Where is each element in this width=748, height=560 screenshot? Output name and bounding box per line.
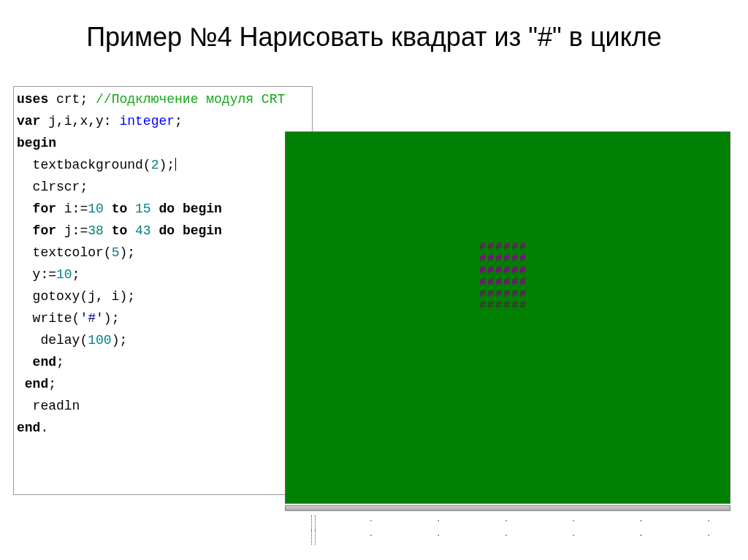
number-literal: 10 — [88, 202, 104, 216]
code-text: write( — [17, 311, 80, 326]
code-text: . — [40, 421, 48, 435]
ruler-mark-icon — [311, 515, 316, 530]
hash-row: ###### — [479, 264, 527, 277]
keyword-for: for — [33, 202, 56, 216]
number-literal: 5 — [112, 245, 120, 260]
hash-square-output: ###### ###### ###### ###### ###### #####… — [479, 242, 527, 312]
console-output-window: ###### ###### ###### ###### ###### #####… — [285, 131, 730, 504]
code-text: ; — [175, 114, 183, 129]
keyword-end: end — [33, 355, 56, 369]
text-cursor-icon — [175, 158, 176, 171]
code-text: j,i,x,y: — [40, 114, 119, 129]
number-literal: 43 — [135, 223, 151, 238]
hash-row: ###### — [479, 241, 527, 253]
comment: //Подключение модуля CRT — [96, 92, 285, 107]
code-text — [151, 202, 159, 216]
code-text: readln — [17, 399, 80, 413]
code-text — [151, 223, 159, 238]
code-text: gotoxy(j, i); — [17, 289, 135, 304]
code-text: j:= — [56, 223, 88, 238]
hash-row: ###### — [479, 253, 527, 265]
type-integer: integer — [119, 114, 175, 129]
keyword-begin: begin — [17, 136, 56, 150]
ruler-mark-icon — [311, 530, 316, 545]
source-code: uses crt; //Подключение модуля CRT var j… — [17, 88, 309, 439]
slide: Пример №4 Нарисовать квадрат из "#" в ци… — [0, 0, 748, 560]
hash-row: ###### — [479, 276, 527, 288]
keyword-to: to — [104, 223, 135, 238]
keyword-for: for — [33, 223, 56, 238]
code-text: i:= — [56, 202, 88, 216]
number-literal: 2 — [151, 158, 159, 172]
code-text: textbackground( — [17, 158, 151, 172]
keyword-var: var — [17, 114, 40, 129]
number-literal: 10 — [56, 267, 72, 282]
keyword-end: end — [17, 421, 40, 435]
keyword-do-begin: do begin — [159, 223, 221, 238]
code-text: textcolor( — [17, 245, 112, 260]
number-literal: 100 — [88, 333, 111, 348]
code-text: ); — [112, 333, 128, 348]
code-text — [17, 223, 33, 238]
code-text: ); — [159, 158, 175, 172]
status-bar — [285, 505, 730, 511]
code-text: crt; — [48, 92, 96, 107]
ruler-dots: . . . . . . . . . . . . — [311, 515, 720, 537]
code-text — [17, 202, 33, 216]
code-editor-panel: uses crt; //Подключение модуля CRT var j… — [13, 86, 313, 495]
keyword-to: to — [104, 202, 135, 216]
keyword-do-begin: do begin — [159, 202, 221, 216]
code-text — [17, 355, 33, 369]
hash-row: ###### — [479, 288, 527, 300]
console-inner: ###### ###### ###### ###### ###### #####… — [286, 132, 730, 503]
code-text: ); — [119, 245, 135, 260]
keyword-end: end — [25, 377, 48, 391]
code-text: clrscr; — [17, 180, 88, 194]
keyword-uses: uses — [17, 92, 48, 107]
code-text: delay( — [17, 333, 88, 348]
code-text: y:= — [17, 267, 56, 282]
code-text — [17, 377, 25, 391]
slide-title: Пример №4 Нарисовать квадрат из "#" в ци… — [0, 22, 748, 53]
code-text: ; — [56, 355, 64, 369]
code-text: ; — [72, 267, 80, 282]
number-literal: 15 — [135, 202, 151, 216]
number-literal: 38 — [88, 223, 104, 238]
code-text: ; — [48, 377, 56, 391]
string-literal: '#' — [80, 311, 103, 326]
code-text: ); — [104, 311, 120, 326]
hash-row: ###### — [479, 299, 527, 312]
